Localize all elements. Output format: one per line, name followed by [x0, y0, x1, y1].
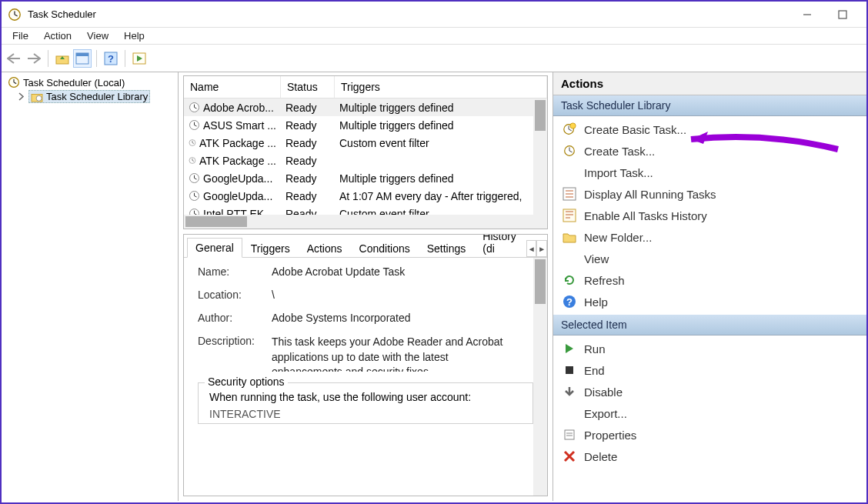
task-row[interactable]: ASUS Smart ...ReadyMultiple triggers def… [184, 116, 547, 134]
task-list-header: Name Status Triggers [184, 76, 547, 98]
tree-library[interactable]: Task Scheduler Library [6, 89, 173, 104]
tab-bar: General Triggers Actions Conditions Sett… [184, 235, 547, 258]
action-disable[interactable]: Disable [553, 381, 866, 402]
expand-icon[interactable] [17, 92, 25, 101]
task-name-value: Adobe Acrobat Update Task [272, 265, 533, 278]
security-options-legend: Security options [205, 375, 288, 388]
task-row[interactable]: Adobe Acrob...ReadyMultiple triggers def… [184, 98, 547, 116]
task-row-triggers: Custom event filter [335, 208, 547, 215]
action-enable-history[interactable]: Enable All Tasks History [553, 205, 866, 226]
task-location-value: \ [272, 289, 533, 301]
help-icon: ? [563, 295, 576, 309]
disable-icon [563, 385, 576, 399]
task-row-status: Ready [281, 190, 335, 202]
enable-icon [563, 209, 576, 222]
clock-icon [189, 119, 200, 131]
action-import-task[interactable]: Import Task... [553, 162, 866, 183]
action-label: View [584, 252, 609, 265]
task-row[interactable]: GoogleUpda...ReadyMultiple triggers defi… [184, 169, 547, 187]
clock-icon [189, 102, 200, 113]
task-row-triggers: Multiple triggers defined [335, 119, 547, 132]
nav-forward-button[interactable] [25, 49, 43, 68]
action-label: Import Task... [584, 166, 653, 179]
actions-header: Actions [553, 72, 866, 95]
menubar: File Action View Help [2, 28, 866, 45]
column-triggers[interactable]: Triggers [335, 76, 547, 98]
tab-history[interactable]: History (di [474, 234, 526, 258]
column-status[interactable]: Status [281, 76, 335, 98]
action-label: Disable [584, 386, 623, 399]
svg-rect-48 [563, 209, 576, 222]
toolbar-properties-button[interactable] [73, 49, 92, 68]
toolbar-help-button[interactable]: ? [102, 49, 120, 68]
clock-icon [189, 172, 200, 184]
column-name[interactable]: Name [184, 76, 281, 98]
label-name: Name: [198, 265, 272, 278]
security-options-group: Security options When running the task, … [198, 382, 533, 424]
tab-scroll-right[interactable]: ► [536, 240, 547, 257]
svg-rect-7 [76, 53, 88, 56]
task-list: Name Status Triggers Adobe Acrob...Ready… [183, 75, 548, 229]
action-export[interactable]: Export... [553, 402, 866, 424]
action-label: Properties [584, 429, 636, 442]
task-row-status: Ready [281, 119, 335, 132]
nav-back-button[interactable] [5, 49, 23, 68]
clock-icon [8, 76, 20, 88]
action-label: Refresh [584, 274, 625, 287]
middle-pane: Name Status Triggers Adobe Acrob...Ready… [179, 72, 553, 501]
task-row[interactable]: ATK Package ...ReadyCustom event filter [184, 134, 547, 152]
svg-text:?: ? [566, 296, 573, 308]
toolbar-folder-up-button[interactable] [53, 49, 72, 68]
tab-general[interactable]: General [187, 238, 242, 258]
task-row[interactable]: ATK Package ...Ready [184, 152, 547, 169]
task-row-status: Ready [281, 172, 335, 185]
menu-file[interactable]: File [5, 28, 36, 43]
menu-view[interactable]: View [79, 28, 116, 43]
window-title: Task Scheduler [28, 8, 96, 20]
toolbar-run-button[interactable] [130, 49, 149, 68]
security-account-label: When running the task, use the following… [209, 391, 522, 403]
clock-icon [189, 190, 200, 202]
tab-actions[interactable]: Actions [299, 239, 351, 258]
toolbar: ? [2, 45, 866, 72]
action-new-folder[interactable]: New Folder... [553, 226, 866, 248]
details-vscroll-thumb[interactable] [535, 259, 546, 304]
action-delete[interactable]: Delete [553, 446, 866, 467]
titlebar: Task Scheduler [2, 2, 866, 28]
action-refresh[interactable]: Refresh [553, 269, 866, 291]
actions-group-library: Task Scheduler Library [553, 95, 866, 116]
action-create-basic[interactable]: Create Basic Task... [553, 118, 866, 140]
task-list-vscroll[interactable] [533, 98, 547, 215]
tab-triggers[interactable]: Triggers [242, 239, 299, 258]
action-view[interactable]: View [553, 248, 866, 269]
action-help[interactable]: ?Help [553, 291, 866, 312]
action-run[interactable]: Run [553, 338, 866, 359]
task-row[interactable]: GoogleUpda...ReadyAt 1:07 AM every day -… [184, 187, 547, 205]
action-label: Create Task... [584, 145, 655, 158]
label-author: Author: [198, 312, 272, 324]
task-row-status: Ready [281, 137, 335, 149]
action-label: Display All Running Tasks [584, 188, 716, 201]
tab-conditions[interactable]: Conditions [351, 239, 419, 258]
menu-action[interactable]: Action [36, 28, 79, 43]
action-create-task[interactable]: Create Task... [553, 140, 866, 162]
task-row[interactable]: Intel PTT EKReadyCustom event filter [184, 205, 547, 215]
action-label: End [584, 364, 605, 377]
action-display-running[interactable]: Display All Running Tasks [553, 183, 866, 205]
task-list-hscroll[interactable] [184, 215, 547, 229]
tab-scroll-left[interactable]: ◄ [526, 240, 537, 257]
task-row-triggers: Custom event filter [335, 137, 547, 149]
action-end[interactable]: End [553, 359, 866, 381]
minimize-button[interactable] [790, 2, 825, 28]
task-row-name: Adobe Acrob... [203, 102, 274, 114]
menu-help[interactable]: Help [116, 28, 152, 43]
tree-root[interactable]: Task Scheduler (Local) [6, 75, 173, 89]
folder-icon [563, 230, 576, 244]
tab-settings[interactable]: Settings [419, 239, 475, 258]
action-properties[interactable]: Properties [553, 424, 866, 446]
details-panel: General Triggers Actions Conditions Sett… [183, 234, 548, 496]
maximize-button[interactable] [825, 2, 860, 28]
task-row-triggers: At 1:07 AM every day - After triggered, [335, 190, 547, 202]
actions-group-selected: Selected Item [553, 315, 866, 335]
actions-pane: Actions Task Scheduler Library Create Ba… [553, 72, 866, 501]
